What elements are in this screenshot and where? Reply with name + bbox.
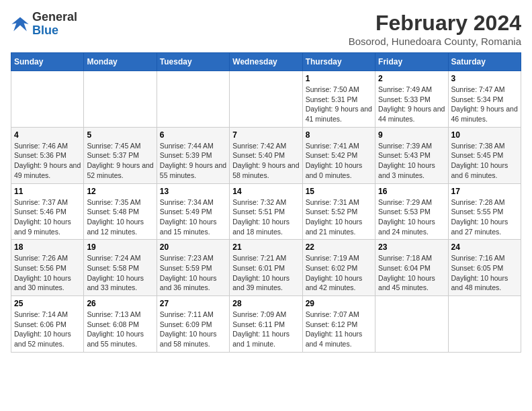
day-info: Sunrise: 7:09 AM Sunset: 6:11 PM Dayligh… [232,310,299,349]
calendar-cell [230,71,302,128]
day-info: Sunrise: 7:39 AM Sunset: 5:43 PM Dayligh… [378,141,445,181]
day-info: Sunrise: 7:23 AM Sunset: 5:59 PM Dayligh… [160,253,226,293]
calendar-cell: 18Sunrise: 7:26 AM Sunset: 5:56 PM Dayli… [11,240,84,296]
calendar-cell: 14Sunrise: 7:32 AM Sunset: 5:51 PM Dayli… [230,183,302,240]
day-number: 18 [14,242,81,252]
day-info: Sunrise: 7:31 AM Sunset: 5:52 PM Dayligh… [306,197,372,237]
calendar-cell: 25Sunrise: 7:14 AM Sunset: 6:06 PM Dayli… [11,296,84,353]
calendar-cell: 10Sunrise: 7:38 AM Sunset: 5:45 PM Dayli… [448,127,521,183]
calendar-cell: 4Sunrise: 7:46 AM Sunset: 5:36 PM Daylig… [11,127,84,183]
logo-blue: Blue [32,24,58,37]
day-info: Sunrise: 7:37 AM Sunset: 5:46 PM Dayligh… [14,197,81,237]
week-row-5: 25Sunrise: 7:14 AM Sunset: 6:06 PM Dayli… [11,296,521,353]
day-info: Sunrise: 7:46 AM Sunset: 5:36 PM Dayligh… [14,141,81,181]
day-number: 29 [306,299,372,308]
day-info: Sunrise: 7:34 AM Sunset: 5:49 PM Dayligh… [160,197,226,237]
header-day-friday: Friday [375,53,448,71]
calendar-cell: 16Sunrise: 7:29 AM Sunset: 5:53 PM Dayli… [375,183,448,240]
day-number: 12 [87,187,153,196]
day-info: Sunrise: 7:14 AM Sunset: 6:06 PM Dayligh… [14,310,81,349]
header-day-wednesday: Wednesday [230,53,302,71]
week-row-1: 1Sunrise: 7:50 AM Sunset: 5:31 PM Daylig… [11,71,521,128]
day-info: Sunrise: 7:24 AM Sunset: 5:58 PM Dayligh… [87,253,153,293]
day-info: Sunrise: 7:29 AM Sunset: 5:53 PM Dayligh… [378,197,445,237]
header-day-monday: Monday [84,53,157,71]
calendar-cell: 6Sunrise: 7:44 AM Sunset: 5:39 PM Daylig… [157,127,229,183]
calendar-cell [375,296,448,353]
day-info: Sunrise: 7:13 AM Sunset: 6:08 PM Dayligh… [87,310,153,349]
day-info: Sunrise: 7:49 AM Sunset: 5:33 PM Dayligh… [378,85,445,124]
day-info: Sunrise: 7:28 AM Sunset: 5:55 PM Dayligh… [451,197,518,237]
day-info: Sunrise: 7:50 AM Sunset: 5:31 PM Dayligh… [306,85,372,124]
calendar-cell: 1Sunrise: 7:50 AM Sunset: 5:31 PM Daylig… [302,71,375,128]
calendar-cell [448,296,521,353]
header-day-sunday: Sunday [11,53,84,71]
day-info: Sunrise: 7:42 AM Sunset: 5:40 PM Dayligh… [232,141,299,181]
day-info: Sunrise: 7:18 AM Sunset: 6:04 PM Dayligh… [378,253,445,293]
calendar-cell: 7Sunrise: 7:42 AM Sunset: 5:40 PM Daylig… [230,127,302,183]
day-info: Sunrise: 7:32 AM Sunset: 5:51 PM Dayligh… [232,197,299,237]
calendar-cell [84,71,157,128]
page-title: February 2024 [349,11,521,36]
header-day-tuesday: Tuesday [157,53,229,71]
calendar-cell: 8Sunrise: 7:41 AM Sunset: 5:42 PM Daylig… [302,127,375,183]
calendar-header: SundayMondayTuesdayWednesdayThursdayFrid… [11,53,521,71]
day-number: 5 [87,130,153,140]
logo: General Blue [11,11,77,38]
calendar-cell: 20Sunrise: 7:23 AM Sunset: 5:59 PM Dayli… [157,240,229,296]
day-number: 26 [87,299,153,308]
header-day-saturday: Saturday [448,53,521,71]
calendar-cell: 26Sunrise: 7:13 AM Sunset: 6:08 PM Dayli… [84,296,157,353]
day-number: 2 [378,74,445,83]
calendar-cell: 17Sunrise: 7:28 AM Sunset: 5:55 PM Dayli… [448,183,521,240]
day-info: Sunrise: 7:07 AM Sunset: 6:12 PM Dayligh… [306,310,372,349]
calendar-cell: 29Sunrise: 7:07 AM Sunset: 6:12 PM Dayli… [302,296,375,353]
calendar-cell: 22Sunrise: 7:19 AM Sunset: 6:02 PM Dayli… [302,240,375,296]
week-row-4: 18Sunrise: 7:26 AM Sunset: 5:56 PM Dayli… [11,240,521,296]
day-number: 17 [451,187,518,196]
day-number: 21 [232,242,299,252]
page-subtitle: Bosorod, Hunedoara County, Romania [349,36,521,47]
calendar-cell: 15Sunrise: 7:31 AM Sunset: 5:52 PM Dayli… [302,183,375,240]
logo-text: General Blue [32,11,77,38]
day-number: 8 [306,130,372,140]
day-number: 4 [14,130,81,140]
calendar-cell: 13Sunrise: 7:34 AM Sunset: 5:49 PM Dayli… [157,183,229,240]
day-info: Sunrise: 7:16 AM Sunset: 6:05 PM Dayligh… [451,253,518,293]
day-number: 27 [160,299,226,308]
header-day-thursday: Thursday [302,53,375,71]
calendar-cell [157,71,229,128]
day-number: 19 [87,242,153,252]
day-info: Sunrise: 7:26 AM Sunset: 5:56 PM Dayligh… [14,253,81,293]
title-block: February 2024 Bosorod, Hunedoara County,… [349,11,521,47]
logo-general: General [32,10,77,24]
week-row-3: 11Sunrise: 7:37 AM Sunset: 5:46 PM Dayli… [11,183,521,240]
calendar-cell: 3Sunrise: 7:47 AM Sunset: 5:34 PM Daylig… [448,71,521,128]
logo-bird-icon [11,15,30,34]
day-info: Sunrise: 7:41 AM Sunset: 5:42 PM Dayligh… [306,141,372,181]
calendar-cell: 9Sunrise: 7:39 AM Sunset: 5:43 PM Daylig… [375,127,448,183]
day-number: 28 [232,299,299,308]
day-number: 9 [378,130,445,140]
day-info: Sunrise: 7:21 AM Sunset: 6:01 PM Dayligh… [232,253,299,293]
day-info: Sunrise: 7:45 AM Sunset: 5:37 PM Dayligh… [87,141,153,181]
calendar-cell: 28Sunrise: 7:09 AM Sunset: 6:11 PM Dayli… [230,296,302,353]
calendar-body: 1Sunrise: 7:50 AM Sunset: 5:31 PM Daylig… [11,71,521,353]
calendar-cell: 11Sunrise: 7:37 AM Sunset: 5:46 PM Dayli… [11,183,84,240]
day-number: 23 [378,242,445,252]
calendar-cell: 2Sunrise: 7:49 AM Sunset: 5:33 PM Daylig… [375,71,448,128]
day-info: Sunrise: 7:11 AM Sunset: 6:09 PM Dayligh… [160,310,226,349]
day-info: Sunrise: 7:44 AM Sunset: 5:39 PM Dayligh… [160,141,226,181]
week-row-2: 4Sunrise: 7:46 AM Sunset: 5:36 PM Daylig… [11,127,521,183]
calendar-cell: 12Sunrise: 7:35 AM Sunset: 5:48 PM Dayli… [84,183,157,240]
calendar-cell: 27Sunrise: 7:11 AM Sunset: 6:09 PM Dayli… [157,296,229,353]
calendar-cell: 23Sunrise: 7:18 AM Sunset: 6:04 PM Dayli… [375,240,448,296]
day-info: Sunrise: 7:35 AM Sunset: 5:48 PM Dayligh… [87,197,153,237]
day-number: 25 [14,299,81,308]
calendar-table: SundayMondayTuesdayWednesdayThursdayFrid… [11,52,521,353]
day-number: 7 [232,130,299,140]
day-info: Sunrise: 7:47 AM Sunset: 5:34 PM Dayligh… [451,85,518,124]
day-number: 13 [160,187,226,196]
day-number: 24 [451,242,518,252]
calendar-cell: 24Sunrise: 7:16 AM Sunset: 6:05 PM Dayli… [448,240,521,296]
